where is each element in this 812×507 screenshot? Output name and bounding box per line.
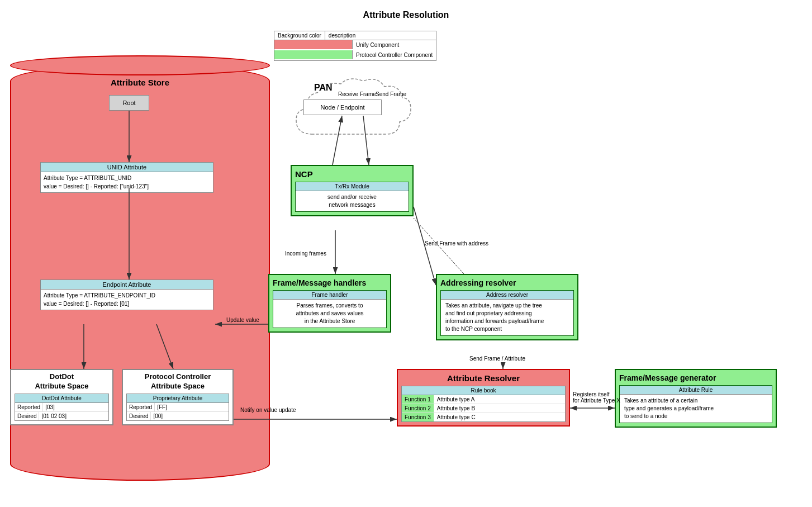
func-2: Function 2 [402,404,434,413]
ncp-inner: Tx/Rx Module send and/or receivenetwork … [295,182,409,212]
send-frame-address-label: Send Frame with address [425,240,488,247]
node-endpoint-box: Node / Endpoint [303,99,382,115]
ncp-inner-header: Tx/Rx Module [296,182,409,191]
endpoint-line1: Attribute Type = ATTRIBUTE_ENDPOINT_ID [44,291,210,300]
frame-handler-inner-body: Parses frames, converts toattributes and… [273,300,386,328]
endpoint-line2: value = Desired: [] - Reported: [01] [44,300,210,308]
notify-value-update-label: Notify on value update [240,407,296,413]
root-box: Root [109,95,149,111]
frame-gen-inner-body: Takes an attribute of a certaintype and … [620,395,772,423]
proto-desired-label: Desired [127,412,151,420]
frame-handler-outer: Frame/Message handlers Frame handler Par… [268,274,391,333]
dotdot-reported-value: [03] [43,403,57,411]
diagram-container: Attribute Resolution Background color de… [0,0,812,507]
proto-space-header: Protocol Controller Attribute Space [123,370,232,394]
attr-resolver-row-3: Function 3 Attribute type C [402,413,565,421]
attr-type-c: Attribute type C [434,413,478,421]
legend-row-green: Protocol Controller Component [274,50,436,60]
receive-frame-label: Receive Frame [338,91,376,97]
endpoint-header: Endpoint Attribute [41,280,213,290]
unid-attribute-box: UNID Attribute Attribute Type = ATTRIBUT… [40,162,213,193]
update-value-label: Update value [226,317,259,323]
ncp-inner-body: send and/or receivenetwork messages [296,191,409,211]
attribute-store-ellipse [10,55,270,75]
legend-color-green [274,50,353,59]
dotdot-inner-header: DotDot Attribute [15,394,108,403]
attribute-store-label: Attribute Store [111,78,169,87]
attr-resolver-row-1: Function 1 Attribute type A [402,395,565,404]
endpoint-attribute-box: Endpoint Attribute Attribute Type = ATTR… [40,279,213,310]
attr-resolver-row-2: Function 2 Attribute type B [402,404,565,413]
frame-handler-title: Frame/Message handlers [273,278,387,287]
legend-bg-label: Background color [274,31,325,40]
legend-desc-label: description [325,31,359,40]
attr-type-b: Attribute type B [434,404,478,413]
registers-itself-label: Registers itselffor Attribute Type X [573,391,620,404]
node-endpoint-label: Node / Endpoint [321,104,365,111]
ncp-outer: NCP Tx/Rx Module send and/or receivenetw… [291,165,414,216]
unid-line1: Attribute Type = ATTRIBUTE_UNID [44,174,210,182]
proto-space: Protocol Controller Attribute Space Prop… [122,369,234,425]
dotdot-row-2: Desired [01 02 03] [15,412,108,420]
legend-text-green: Protocol Controller Component [353,50,436,60]
unid-body: Attribute Type = ATTRIBUTE_UNID value = … [41,172,213,192]
dotdot-desired-label: Desired [15,412,39,420]
func-1: Function 1 [402,395,434,404]
incoming-frames-label: Incoming frames [285,250,326,257]
proto-reported-value: [FF] [155,403,169,411]
unid-header: UNID Attribute [41,163,213,172]
proto-desired-value: [00] [151,412,165,420]
dotdot-desired-value: [01 02 03] [39,412,68,420]
frame-gen-inner: Attribute Rule Takes an attribute of a c… [619,385,772,423]
addr-resolver-inner: Address resolver Takes an attribute, nav… [440,290,574,336]
send-frame-label: Send Frame [376,91,406,97]
legend-text-pink: Unify Component [353,40,402,50]
attr-resolver-rulebook-header: Rule book [402,386,565,395]
attr-resolver-title: Attribute Resolver [401,373,566,383]
func-3: Function 3 [402,413,434,421]
frame-gen-title: Frame/Message generator [619,373,772,382]
frame-handler-inner-header: Frame handler [273,291,386,300]
frame-handler-inner: Frame handler Parses frames, converts to… [273,290,387,328]
attr-resolver-outer: Attribute Resolver Rule book Function 1 … [397,369,570,427]
endpoint-body: Attribute Type = ATTRIBUTE_ENDPOINT_ID v… [41,290,213,310]
ncp-title: NCP [295,169,409,179]
proto-inner: Proprietary Attribute Reported [FF] Desi… [126,394,229,421]
legend-color-pink [274,40,353,49]
pan-label: PAN [314,83,333,93]
addr-resolver-inner-body: Takes an attribute, navigate up the tree… [441,300,573,335]
proto-inner-header: Proprietary Attribute [127,394,229,403]
unid-line2: value = Desired: [] - Reported: ["unid-1… [44,182,210,191]
attr-type-a: Attribute type A [434,395,478,404]
legend: Background color description Unify Compo… [274,31,436,61]
proto-reported-label: Reported [127,403,155,411]
attr-resolver-rulebook: Rule book Function 1 Attribute type A Fu… [401,386,566,422]
dotdot-inner: DotDot Attribute Reported [03] Desired [… [15,394,109,421]
proto-row-1: Reported [FF] [127,403,229,412]
legend-row-pink: Unify Component [274,40,436,50]
root-label: Root [122,99,135,106]
addr-resolver-inner-header: Address resolver [441,291,573,300]
dotdot-row-1: Reported [03] [15,403,108,412]
frame-gen-inner-header: Attribute Rule [620,386,772,395]
addr-resolver-title: Addressing resolver [440,278,574,287]
send-frame-attr-label: Send Frame / Attribute [469,356,525,362]
proto-row-2: Desired [00] [127,412,229,420]
addr-resolver-outer: Addressing resolver Address resolver Tak… [436,274,578,340]
dotdot-space: DotDot Attribute Space DotDot Attribute … [10,369,113,425]
dotdot-space-header: DotDot Attribute Space [11,370,112,394]
page-title: Attribute Resolution [363,10,449,20]
dotdot-reported-label: Reported [15,403,43,411]
frame-gen-outer: Frame/Message generator Attribute Rule T… [615,369,777,428]
